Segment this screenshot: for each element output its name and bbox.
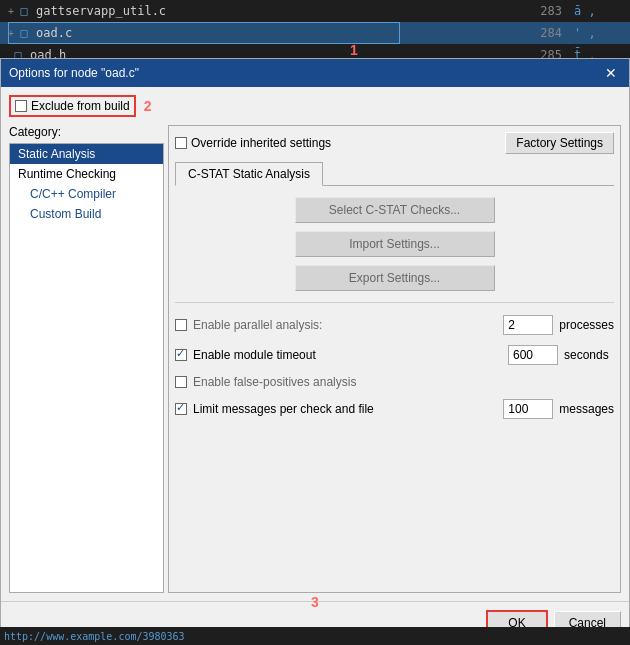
dialog-body: Exclude from build 2 Category: Static An…: [1, 87, 629, 601]
settings-content: Select C-STAT Checks... Import Settings.…: [175, 194, 614, 586]
limit-messages-label: Limit messages per check and file: [193, 402, 497, 416]
override-label: Override inherited settings: [191, 136, 331, 150]
timeout-label: Enable module timeout: [193, 348, 502, 362]
category-item-static-analysis[interactable]: Static Analysis: [10, 144, 163, 164]
settings-panel: Override inherited settings Factory Sett…: [168, 125, 621, 593]
expand-icon-1: +: [8, 6, 14, 17]
override-checkbox[interactable]: [175, 137, 187, 149]
expand-icon-2: +: [8, 28, 14, 39]
factory-settings-button[interactable]: Factory Settings: [505, 132, 614, 154]
category-list: Static Analysis Runtime Checking C/C++ C…: [9, 143, 164, 593]
bottom-url: http://www.example.com/3980363: [4, 631, 185, 642]
line-num-283: 283: [540, 0, 562, 22]
parallel-input[interactable]: [503, 315, 553, 335]
limit-messages-checkbox[interactable]: [175, 403, 187, 415]
export-settings-button[interactable]: Export Settings...: [295, 265, 495, 291]
limit-messages-input[interactable]: [503, 399, 553, 419]
category-item-custom-build[interactable]: Custom Build: [10, 204, 163, 224]
limit-messages-unit: messages: [559, 402, 614, 416]
option-row-false-positives: Enable false-positives analysis: [175, 375, 614, 389]
code-line-2: ' ,: [574, 22, 630, 44]
file-icon-1: □: [16, 3, 32, 19]
bottom-bar: http://www.example.com/3980363: [0, 627, 630, 645]
option-row-parallel: Enable parallel analysis: processes: [175, 315, 614, 335]
exclude-label: Exclude from build: [31, 99, 130, 113]
file-icon-2: □: [16, 25, 32, 41]
category-item-runtime-checking[interactable]: Runtime Checking: [10, 164, 163, 184]
parallel-checkbox[interactable]: [175, 319, 187, 331]
options-dialog: Options for node "oad.c" ✕ Exclude from …: [0, 58, 630, 645]
filename-1: gattservapp_util.c: [36, 4, 166, 18]
dialog-close-button[interactable]: ✕: [601, 63, 621, 83]
timeout-checkbox[interactable]: [175, 349, 187, 361]
category-label: Category:: [9, 125, 164, 139]
main-area: Category: Static Analysis Runtime Checki…: [9, 125, 621, 593]
exclude-checkbox-wrapper[interactable]: Exclude from build: [9, 95, 136, 117]
exclude-row: Exclude from build 2: [9, 95, 621, 117]
false-positives-label: Enable false-positives analysis: [193, 375, 614, 389]
category-item-cpp-compiler[interactable]: C/C++ Compiler: [10, 184, 163, 204]
tab-cstat[interactable]: C-STAT Static Analysis: [175, 162, 323, 186]
exclude-checkbox[interactable]: [15, 100, 27, 112]
import-settings-button[interactable]: Import Settings...: [295, 231, 495, 257]
annotation-1: 1: [350, 42, 358, 58]
tab-bar: C-STAT Static Analysis: [175, 162, 614, 186]
code-line-1: ā ,: [574, 0, 630, 22]
option-row-timeout: Enable module timeout seconds: [175, 345, 614, 365]
override-row: Override inherited settings Factory Sett…: [175, 132, 614, 154]
override-left: Override inherited settings: [175, 136, 331, 150]
parallel-unit: processes: [559, 318, 614, 332]
false-positives-checkbox[interactable]: [175, 376, 187, 388]
parallel-label: Enable parallel analysis:: [193, 318, 497, 332]
timeout-unit: seconds: [564, 348, 614, 362]
category-panel: Category: Static Analysis Runtime Checki…: [9, 125, 164, 593]
timeout-input[interactable]: [508, 345, 558, 365]
line-num-284: 284: [540, 22, 562, 44]
dialog-titlebar: Options for node "oad.c" ✕: [1, 59, 629, 87]
select-checks-button[interactable]: Select C-STAT Checks...: [295, 197, 495, 223]
divider-1: [175, 302, 614, 303]
dialog-title: Options for node "oad.c": [9, 66, 139, 80]
annotation-2: 2: [144, 98, 152, 114]
filename-2: oad.c: [36, 26, 72, 40]
annotation-3: 3: [311, 594, 319, 610]
option-row-limit-messages: Limit messages per check and file messag…: [175, 399, 614, 419]
